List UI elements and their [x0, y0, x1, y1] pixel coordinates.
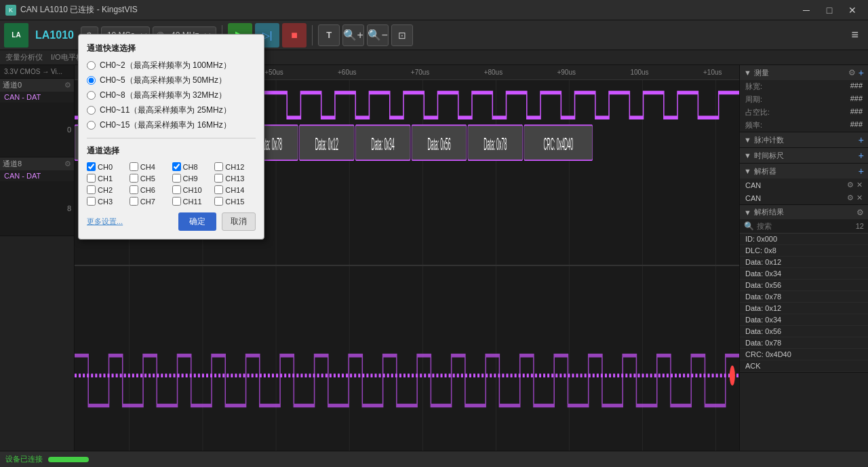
cb-ch9-label: CH9: [183, 174, 198, 183]
cb-ch5-input[interactable]: [130, 174, 138, 183]
radio-ch0-5-input[interactable]: [87, 76, 96, 85]
radio-ch0-11-label: CH0~11（最高采样频率为 25MHz）: [100, 105, 231, 116]
radio-ch0-8-label: CH0~8（最高采样频率为 32MHz）: [100, 90, 226, 101]
cb-ch9-input[interactable]: [172, 174, 181, 183]
cb-ch5[interactable]: CH5: [130, 174, 171, 183]
modal-buttons: 更多设置... 确定 取消: [87, 212, 256, 231]
cb-ch2-input[interactable]: [87, 185, 96, 194]
cb-ch4[interactable]: CH4: [130, 162, 171, 171]
cb-ch12-input[interactable]: [214, 162, 223, 171]
cb-ch15-label: CH15: [225, 198, 244, 206]
cb-ch0-label: CH0: [98, 163, 113, 171]
cb-ch4-label: CH4: [140, 163, 155, 171]
cb-ch13-label: CH13: [225, 174, 244, 183]
cb-ch14-input[interactable]: [214, 185, 223, 194]
cb-ch5-label: CH5: [140, 174, 155, 183]
checkbox-grid: CH0 CH4 CH8 CH12 CH1 CH5 CH9 CH13 CH2 CH…: [87, 162, 256, 206]
cb-ch3[interactable]: CH3: [87, 197, 128, 206]
radio-ch0-2[interactable]: CH0~2（最高采样频率为 100MHz）: [87, 60, 256, 71]
cb-ch8-input[interactable]: [172, 162, 181, 171]
cb-ch10[interactable]: CH10: [172, 185, 214, 194]
cb-ch0-input[interactable]: [87, 162, 96, 171]
cb-ch8-label: CH8: [183, 163, 198, 171]
radio-ch0-8[interactable]: CH0~8（最高采样频率为 32MHz）: [87, 90, 256, 101]
cb-ch1-input[interactable]: [87, 174, 96, 183]
cb-ch12[interactable]: CH12: [214, 162, 256, 171]
cb-ch7-label: CH7: [140, 198, 155, 206]
cb-ch7-input[interactable]: [130, 197, 138, 206]
cb-ch10-input[interactable]: [172, 185, 181, 194]
radio-ch0-11[interactable]: CH0~11（最高采样频率为 25MHz）: [87, 105, 256, 116]
cb-ch13[interactable]: CH13: [214, 174, 256, 183]
cb-ch1[interactable]: CH1: [87, 174, 128, 183]
radio-ch0-2-label: CH0~2（最高采样频率为 100MHz）: [100, 60, 231, 71]
cb-ch15[interactable]: CH15: [214, 197, 256, 206]
modal-overlay: 通道快速选择 CH0~2（最高采样频率为 100MHz） CH0~5（最高采样频…: [0, 0, 868, 467]
cb-ch15-input[interactable]: [214, 197, 223, 206]
cb-ch11[interactable]: CH11: [172, 197, 214, 206]
modal-section2-title: 通道选择: [87, 145, 256, 157]
radio-ch0-11-input[interactable]: [87, 106, 96, 115]
confirm-button[interactable]: 确定: [178, 212, 216, 231]
cb-ch11-input[interactable]: [172, 197, 181, 206]
channel-modal: 通道快速选择 CH0~2（最高采样频率为 100MHz） CH0~5（最高采样频…: [78, 34, 264, 240]
cb-ch9[interactable]: CH9: [172, 174, 214, 183]
cb-ch8[interactable]: CH8: [172, 162, 214, 171]
cb-ch13-input[interactable]: [214, 174, 223, 183]
cb-ch6-label: CH6: [140, 186, 155, 194]
modal-section1-title: 通道快速选择: [87, 43, 256, 54]
cb-ch3-label: CH3: [98, 198, 113, 206]
cb-ch4-input[interactable]: [130, 162, 138, 171]
radio-ch0-5[interactable]: CH0~5（最高采样频率为 50MHz）: [87, 75, 256, 86]
cb-ch10-label: CH10: [183, 186, 202, 194]
cb-ch14[interactable]: CH14: [214, 185, 256, 194]
more-settings-link[interactable]: 更多设置...: [87, 217, 123, 227]
modal-divider: [87, 138, 256, 138]
radio-ch0-15-label: CH0~15（最高采样频率为 16MHz）: [100, 119, 231, 131]
radio-ch0-5-label: CH0~5（最高采样频率为 50MHz）: [100, 75, 226, 86]
cb-ch1-label: CH1: [98, 174, 113, 183]
cb-ch2-label: CH2: [98, 186, 113, 194]
radio-ch0-15-input[interactable]: [87, 121, 96, 130]
cb-ch11-label: CH11: [183, 198, 202, 206]
radio-ch0-15[interactable]: CH0~15（最高采样频率为 16MHz）: [87, 119, 256, 131]
cb-ch7[interactable]: CH7: [130, 197, 171, 206]
cb-ch6-input[interactable]: [130, 185, 138, 194]
cb-ch0[interactable]: CH0: [87, 162, 128, 171]
cb-ch14-label: CH14: [225, 186, 244, 194]
cb-ch3-input[interactable]: [87, 197, 96, 206]
cb-ch12-label: CH12: [225, 163, 244, 171]
cancel-button[interactable]: 取消: [222, 212, 256, 231]
cb-ch2[interactable]: CH2: [87, 185, 128, 194]
modal-action-buttons: 确定 取消: [178, 212, 256, 231]
radio-ch0-2-input[interactable]: [87, 61, 96, 70]
cb-ch6[interactable]: CH6: [130, 185, 171, 194]
radio-ch0-8-input[interactable]: [87, 91, 96, 100]
